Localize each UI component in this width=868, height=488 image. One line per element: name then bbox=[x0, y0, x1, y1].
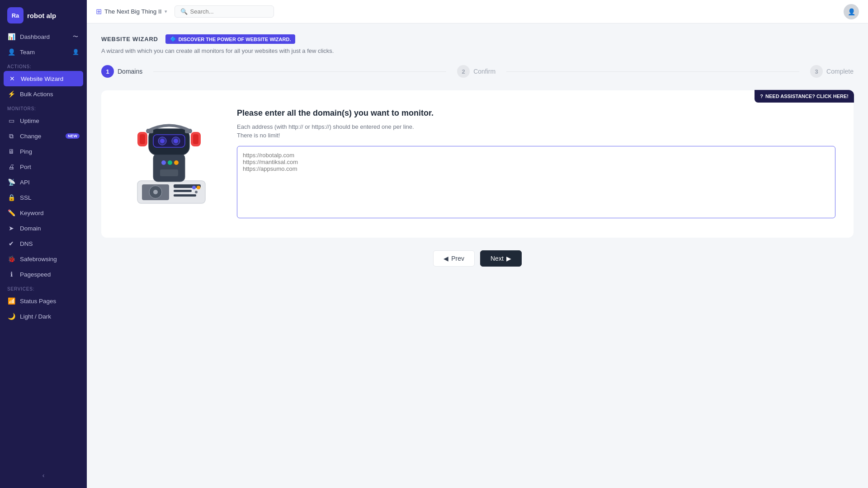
status-pages-icon: 📶 bbox=[7, 297, 15, 305]
sidebar-label-uptime: Uptime bbox=[20, 117, 39, 124]
sidebar-label-ssl: SSL bbox=[20, 194, 32, 201]
prev-icon: ◀ bbox=[443, 255, 448, 262]
sidebar-label-bulk-actions: Bulk Actions bbox=[20, 91, 53, 98]
sidebar-label-api: API bbox=[20, 179, 30, 186]
services-section-label: Services: bbox=[0, 282, 87, 293]
sidebar-label-light-dark: Light / Dark bbox=[20, 313, 51, 320]
search-box[interactable]: 🔍 bbox=[175, 5, 274, 18]
sidebar-item-api[interactable]: 📡 API bbox=[0, 174, 87, 190]
page-content: WEBSITE WIZARD 🔷 DISCOVER THE POWER OF W… bbox=[87, 23, 868, 488]
prev-button[interactable]: ◀ Prev bbox=[433, 250, 475, 267]
wizard-subtitle: A wizard with which you can create all m… bbox=[101, 47, 854, 54]
dashboard-activity-icon: 〜 bbox=[71, 33, 80, 41]
svg-point-9 bbox=[195, 191, 198, 193]
search-input[interactable] bbox=[190, 8, 268, 15]
step-3-num: 3 bbox=[810, 65, 823, 78]
svg-rect-6 bbox=[174, 194, 196, 197]
change-icon: ⧉ bbox=[7, 132, 15, 140]
sidebar-item-website-wizard[interactable]: ✕ Website Wizard bbox=[4, 71, 83, 86]
help-button[interactable]: ? NEED ASSISTANCE? CLICK HERE! bbox=[755, 90, 854, 103]
sidebar-collapse-button[interactable]: ‹ bbox=[7, 468, 80, 483]
svg-rect-4 bbox=[174, 184, 201, 188]
dashboard-icon: 📊 bbox=[7, 33, 15, 41]
next-icon: ▶ bbox=[506, 255, 511, 262]
wizard-header: WEBSITE WIZARD 🔷 DISCOVER THE POWER OF W… bbox=[101, 34, 854, 44]
svg-point-7 bbox=[192, 186, 196, 189]
safebrowsing-icon: 🐞 bbox=[7, 255, 15, 263]
wizard-discover-badge[interactable]: 🔷 DISCOVER THE POWER OF WEBSITE WIZARD. bbox=[165, 34, 296, 44]
svg-point-12 bbox=[168, 160, 172, 165]
sidebar-item-bulk-actions[interactable]: ⚡ Bulk Actions bbox=[0, 86, 87, 102]
sidebar-item-safebrowsing[interactable]: 🐞 Safebrowsing bbox=[0, 251, 87, 267]
step-divider-2 bbox=[506, 71, 799, 72]
sidebar-item-port[interactable]: 🖨 Port bbox=[0, 159, 87, 174]
ping-icon: 🖥 bbox=[7, 147, 15, 155]
svg-rect-25 bbox=[193, 134, 198, 144]
sidebar-item-status-pages[interactable]: 📶 Status Pages bbox=[0, 293, 87, 309]
svg-point-20 bbox=[174, 139, 178, 143]
sidebar-label-team: Team bbox=[20, 49, 35, 56]
sidebar-label-dns: DNS bbox=[20, 240, 33, 247]
wizard-badge-label: DISCOVER THE POWER OF WEBSITE WIZARD. bbox=[179, 37, 291, 42]
pagespeed-icon: ℹ bbox=[7, 270, 15, 278]
sidebar-item-change[interactable]: ⧉ Change NEW bbox=[0, 128, 87, 144]
step-divider-1 bbox=[153, 71, 446, 72]
svg-point-8 bbox=[197, 186, 200, 189]
sidebar-label-domain: Domain bbox=[20, 225, 41, 232]
svg-point-13 bbox=[174, 160, 179, 165]
domain-icon: ➤ bbox=[7, 224, 15, 232]
step-2: 2 Confirm bbox=[457, 65, 495, 78]
svg-rect-10 bbox=[153, 154, 185, 182]
sidebar-item-keyword[interactable]: ✏️ Keyword bbox=[0, 205, 87, 221]
sidebar-item-ssl[interactable]: 🔒 SSL bbox=[0, 190, 87, 205]
sidebar-label-pagespeed: Pagespeed bbox=[20, 271, 51, 278]
next-button[interactable]: Next ▶ bbox=[480, 250, 522, 267]
prev-label: Prev bbox=[451, 255, 464, 262]
wizard-title: WEBSITE WIZARD bbox=[101, 36, 158, 42]
svg-rect-14 bbox=[160, 169, 178, 176]
sidebar-item-domain[interactable]: ➤ Domain bbox=[0, 221, 87, 236]
form-note: There is no limit! bbox=[237, 132, 835, 139]
wizard-card: ? NEED ASSISTANCE? CLICK HERE! bbox=[101, 90, 854, 238]
light-dark-icon: 🌙 bbox=[7, 312, 15, 320]
bulk-actions-icon: ⚡ bbox=[7, 90, 15, 98]
step-3: 3 Complete bbox=[810, 65, 854, 78]
sidebar-label-website-wizard: Website Wizard bbox=[21, 75, 63, 82]
project-chevron-icon: ▾ bbox=[165, 9, 167, 14]
keyword-icon: ✏️ bbox=[7, 209, 15, 217]
sidebar-item-pagespeed[interactable]: ℹ Pagespeed bbox=[0, 267, 87, 282]
sidebar-item-team[interactable]: 👤 Team 👤 bbox=[0, 44, 87, 60]
port-icon: 🖨 bbox=[7, 163, 15, 171]
wizard-badge-icon: 🔷 bbox=[170, 36, 176, 42]
sidebar-item-ping[interactable]: 🖥 Ping bbox=[0, 144, 87, 159]
steps-bar: 1 Domains 2 Confirm 3 Complete bbox=[101, 65, 854, 78]
team-icon: 👤 bbox=[7, 48, 15, 56]
help-label: NEED ASSISTANCE? CLICK HERE! bbox=[765, 94, 849, 99]
sidebar-label-safebrowsing: Safebrowsing bbox=[20, 256, 57, 263]
sidebar-label-dashboard: Dashboard bbox=[20, 33, 50, 40]
sidebar-label-keyword: Keyword bbox=[20, 210, 44, 216]
wizard-navigation: ◀ Prev Next ▶ bbox=[101, 250, 854, 267]
uptime-icon: ▭ bbox=[7, 117, 15, 125]
logo-text: robot alp bbox=[27, 12, 56, 19]
ssl-icon: 🔒 bbox=[7, 193, 15, 202]
sidebar-item-light-dark[interactable]: 🌙 Light / Dark bbox=[0, 309, 87, 324]
wizard-form: Please enter all the domain(s) you want … bbox=[237, 108, 835, 220]
monitors-section-label: Monitors: bbox=[0, 102, 87, 113]
change-new-badge: NEW bbox=[66, 133, 80, 139]
step-1: 1 Domains bbox=[101, 65, 142, 78]
actions-section-label: Actions: bbox=[0, 60, 87, 71]
sidebar-label-change: Change bbox=[20, 133, 41, 140]
user-avatar[interactable]: 👤 bbox=[844, 4, 859, 19]
sidebar-item-dns[interactable]: ✔ DNS bbox=[0, 236, 87, 251]
robot-illustration bbox=[119, 108, 219, 208]
main-area: ⊞ The Next Big Thing II ▾ 🔍 👤 WEBSITE WI… bbox=[87, 0, 868, 488]
domain-textarea[interactable] bbox=[237, 146, 835, 218]
step-1-label: Domains bbox=[118, 68, 142, 75]
sidebar-item-uptime[interactable]: ▭ Uptime bbox=[0, 113, 87, 128]
sidebar: Ra robot alp 📊 Dashboard 〜 👤 Team 👤 Acti… bbox=[0, 0, 87, 488]
form-title: Please enter all the domain(s) you want … bbox=[237, 108, 835, 118]
sidebar-item-dashboard[interactable]: 📊 Dashboard 〜 bbox=[0, 29, 87, 44]
sidebar-logo[interactable]: Ra robot alp bbox=[0, 0, 87, 29]
project-selector[interactable]: ⊞ The Next Big Thing II ▾ bbox=[96, 7, 167, 16]
